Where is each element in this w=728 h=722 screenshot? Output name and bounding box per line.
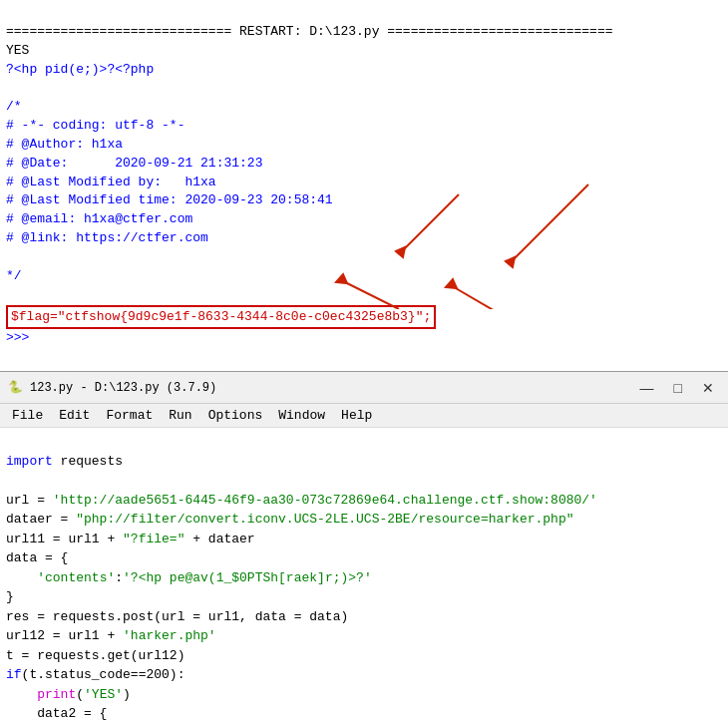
code-url: url = [6,493,53,508]
maximize-button[interactable]: □ [668,378,688,398]
code-data-close: } [6,589,14,604]
menu-help[interactable]: Help [335,406,378,425]
title-controls[interactable]: — □ ✕ [634,378,720,398]
editor-panel: 🐍 123.py - D:\123.py (3.7.9) — □ ✕ File … [0,372,728,722]
code-data2-open: data2 = { [6,706,107,721]
code-dataer: dataer = [6,512,76,527]
code-if: if [6,667,22,682]
blank3 [6,287,14,302]
code-area[interactable]: import requests url = 'http://aade5651-6… [0,428,728,722]
comment-email: # @email: h1xa@ctfer.com [6,211,192,226]
code-print1: print [37,687,76,702]
code-data-open: data = { [6,550,68,565]
restart-line: ============================= RESTART: D… [6,24,613,39]
comment-start: /* [6,99,22,114]
menu-edit[interactable]: Edit [53,406,96,425]
menu-run[interactable]: Run [163,406,197,425]
menu-file[interactable]: File [6,406,49,425]
flag-line: $flag="ctfshow{9d9c9e1f-8633-4344-8c0e-c… [6,305,436,330]
comment-modified-by: # @Last Modified by: h1xa [6,175,216,189]
comment-link: # @link: https://ctfer.com [6,230,208,245]
menu-format[interactable]: Format [100,406,159,425]
menu-window[interactable]: Window [272,406,331,425]
code-t: t = requests.get(url12) [6,648,184,663]
close-button[interactable]: ✕ [696,378,720,398]
blank1 [6,80,14,95]
blank2 [6,249,14,264]
code-url11: url11 = url1 + [6,532,123,546]
window-title: 123.py - D:\123.py (3.7.9) [30,381,216,395]
comment-coding: # -*- coding: utf-8 -*- [6,118,184,133]
code-url12: url12 = url1 + [6,628,123,643]
comment-modified-time: # @Last Modified time: 2020-09-23 20:58:… [6,192,333,207]
php-line: ?<hp pid(e;)>?<?php [6,62,154,77]
minimize-button[interactable]: — [634,378,660,398]
comment-end: */ [6,268,22,283]
chevron: >>> [6,330,29,345]
code-import: import [6,454,53,469]
code-res: res = requests.post(url = url1, data = d… [6,609,348,624]
comment-author: # @Author: h1xa [6,137,123,152]
menu-options[interactable]: Options [202,406,269,425]
terminal-panel: ============================= RESTART: D… [0,0,728,371]
title-bar: 🐍 123.py - D:\123.py (3.7.9) — □ ✕ [0,372,728,404]
yes-line: YES [6,43,29,58]
title-left: 🐍 123.py - D:\123.py (3.7.9) [8,380,216,396]
comment-date: # @Date: 2020-09-21 21:31:23 [6,156,262,171]
menu-bar: File Edit Format Run Options Window Help [0,404,728,428]
app-icon: 🐍 [8,380,24,396]
